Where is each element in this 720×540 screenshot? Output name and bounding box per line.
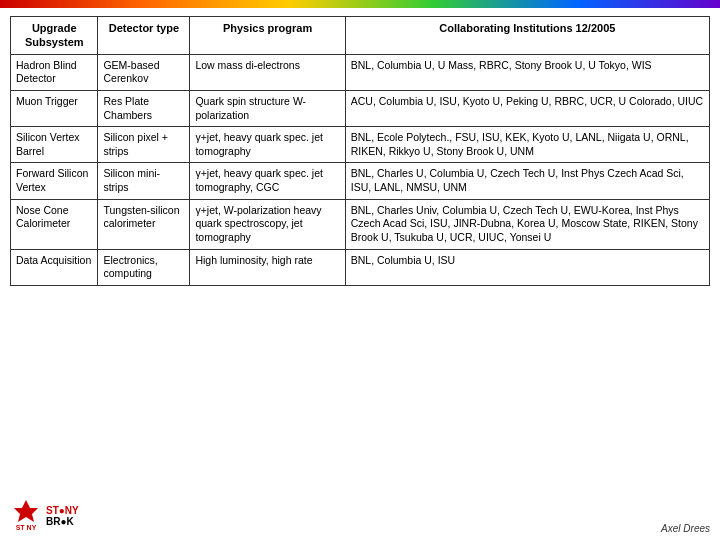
- cell-detector: Tungsten-silicon calorimeter: [98, 199, 190, 249]
- cell-institutions: BNL, Charles Univ, Columbia U, Czech Tec…: [345, 199, 709, 249]
- svg-marker-0: [14, 500, 38, 522]
- cell-physics: Quark spin structure W-polarization: [190, 90, 345, 126]
- col-header-subsystem: Upgrade Subsystem: [11, 17, 98, 55]
- stony-text: ST●NY: [46, 505, 79, 516]
- cell-subsystem: Hadron Blind Detector: [11, 54, 98, 90]
- detector-table: Upgrade Subsystem Detector type Physics …: [10, 16, 710, 286]
- table-row: Data AcquisitionElectronics, computingHi…: [11, 249, 710, 285]
- cell-subsystem: Data Acquisition: [11, 249, 98, 285]
- col-header-physics: Physics program: [190, 17, 345, 55]
- cell-physics: γ+jet, heavy quark spec. jet tomography: [190, 127, 345, 163]
- cell-physics: Low mass di-electrons: [190, 54, 345, 90]
- logo-text: ST●NY BR●K: [46, 505, 79, 527]
- cell-institutions: BNL, Charles U, Columbia U, Czech Tech U…: [345, 163, 709, 199]
- cell-subsystem: Nose Cone Calorimeter: [11, 199, 98, 249]
- top-color-bar: [0, 0, 720, 8]
- cell-subsystem: Forward Silicon Vertex: [11, 163, 98, 199]
- brook-text: BR●K: [46, 516, 79, 527]
- cell-institutions: ACU, Columbia U, ISU, Kyoto U, Peking U,…: [345, 90, 709, 126]
- stony-brook-logo-icon: ST NY: [10, 498, 42, 534]
- table-row: Nose Cone CalorimeterTungsten-silicon ca…: [11, 199, 710, 249]
- cell-physics: High luminosity, high rate: [190, 249, 345, 285]
- table-row: Muon TriggerRes Plate ChambersQuark spin…: [11, 90, 710, 126]
- table-row: Hadron Blind DetectorGEM-based CerenkovL…: [11, 54, 710, 90]
- logo-area: ST NY ST●NY BR●K: [10, 498, 79, 534]
- cell-institutions: BNL, Ecole Polytech., FSU, ISU, KEK, Kyo…: [345, 127, 709, 163]
- table-header-row: Upgrade Subsystem Detector type Physics …: [11, 17, 710, 55]
- cell-detector: Electronics, computing: [98, 249, 190, 285]
- cell-physics: γ+jet, heavy quark spec. jet tomography,…: [190, 163, 345, 199]
- col-header-institutions: Collaborating Institutions 12/2005: [345, 17, 709, 55]
- table-row: Forward Silicon VertexSilicon mini-strip…: [11, 163, 710, 199]
- svg-text:ST NY: ST NY: [16, 524, 37, 531]
- cell-institutions: BNL, Columbia U, ISU: [345, 249, 709, 285]
- cell-physics: γ+jet, W-polarization heavy quark spectr…: [190, 199, 345, 249]
- cell-detector: Silicon pixel + strips: [98, 127, 190, 163]
- cell-detector: Res Plate Chambers: [98, 90, 190, 126]
- cell-institutions: BNL, Columbia U, U Mass, RBRC, Stony Bro…: [345, 54, 709, 90]
- col-header-detector: Detector type: [98, 17, 190, 55]
- footer-credit: Axel Drees: [661, 523, 710, 534]
- cell-subsystem: Muon Trigger: [11, 90, 98, 126]
- cell-detector: GEM-based Cerenkov: [98, 54, 190, 90]
- main-content: Upgrade Subsystem Detector type Physics …: [0, 8, 720, 316]
- table-row: Silicon Vertex BarrelSilicon pixel + str…: [11, 127, 710, 163]
- cell-detector: Silicon mini-strips: [98, 163, 190, 199]
- cell-subsystem: Silicon Vertex Barrel: [11, 127, 98, 163]
